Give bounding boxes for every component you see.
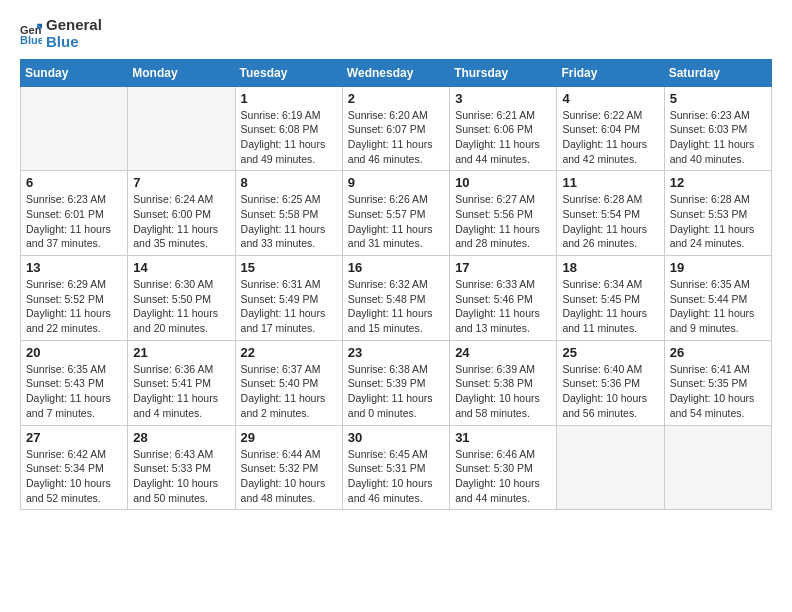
day-number: 10 [455, 175, 551, 190]
day-number: 24 [455, 345, 551, 360]
day-number: 1 [241, 91, 337, 106]
calendar-cell [128, 86, 235, 171]
day-info: Sunrise: 6:31 AMSunset: 5:49 PMDaylight:… [241, 277, 337, 336]
day-number: 21 [133, 345, 229, 360]
day-number: 20 [26, 345, 122, 360]
day-number: 31 [455, 430, 551, 445]
day-header-tuesday: Tuesday [235, 59, 342, 86]
logo-icon: General Blue [20, 22, 42, 44]
day-number: 26 [670, 345, 766, 360]
day-info: Sunrise: 6:37 AMSunset: 5:40 PMDaylight:… [241, 362, 337, 421]
day-number: 7 [133, 175, 229, 190]
calendar-cell: 6Sunrise: 6:23 AMSunset: 6:01 PMDaylight… [21, 171, 128, 256]
day-info: Sunrise: 6:20 AMSunset: 6:07 PMDaylight:… [348, 108, 444, 167]
day-number: 13 [26, 260, 122, 275]
day-number: 18 [562, 260, 658, 275]
day-info: Sunrise: 6:43 AMSunset: 5:33 PMDaylight:… [133, 447, 229, 506]
day-number: 8 [241, 175, 337, 190]
week-row-1: 1Sunrise: 6:19 AMSunset: 6:08 PMDaylight… [21, 86, 772, 171]
calendar-cell: 3Sunrise: 6:21 AMSunset: 6:06 PMDaylight… [450, 86, 557, 171]
day-header-saturday: Saturday [664, 59, 771, 86]
logo-blue-text: Blue [46, 33, 102, 50]
day-info: Sunrise: 6:35 AMSunset: 5:44 PMDaylight:… [670, 277, 766, 336]
calendar-cell: 14Sunrise: 6:30 AMSunset: 5:50 PMDayligh… [128, 256, 235, 341]
day-info: Sunrise: 6:19 AMSunset: 6:08 PMDaylight:… [241, 108, 337, 167]
day-number: 11 [562, 175, 658, 190]
calendar-cell: 19Sunrise: 6:35 AMSunset: 5:44 PMDayligh… [664, 256, 771, 341]
calendar-cell: 29Sunrise: 6:44 AMSunset: 5:32 PMDayligh… [235, 425, 342, 510]
calendar-cell: 12Sunrise: 6:28 AMSunset: 5:53 PMDayligh… [664, 171, 771, 256]
day-info: Sunrise: 6:34 AMSunset: 5:45 PMDaylight:… [562, 277, 658, 336]
day-info: Sunrise: 6:39 AMSunset: 5:38 PMDaylight:… [455, 362, 551, 421]
day-header-wednesday: Wednesday [342, 59, 449, 86]
day-number: 12 [670, 175, 766, 190]
day-number: 28 [133, 430, 229, 445]
days-header-row: SundayMondayTuesdayWednesdayThursdayFrid… [21, 59, 772, 86]
day-number: 9 [348, 175, 444, 190]
day-info: Sunrise: 6:44 AMSunset: 5:32 PMDaylight:… [241, 447, 337, 506]
day-number: 25 [562, 345, 658, 360]
week-row-5: 27Sunrise: 6:42 AMSunset: 5:34 PMDayligh… [21, 425, 772, 510]
header: General Blue General Blue [20, 16, 772, 51]
day-number: 16 [348, 260, 444, 275]
day-info: Sunrise: 6:21 AMSunset: 6:06 PMDaylight:… [455, 108, 551, 167]
page: General Blue General Blue SundayMondayTu… [0, 0, 792, 612]
day-info: Sunrise: 6:23 AMSunset: 6:03 PMDaylight:… [670, 108, 766, 167]
day-info: Sunrise: 6:41 AMSunset: 5:35 PMDaylight:… [670, 362, 766, 421]
day-number: 29 [241, 430, 337, 445]
day-info: Sunrise: 6:36 AMSunset: 5:41 PMDaylight:… [133, 362, 229, 421]
calendar-cell: 30Sunrise: 6:45 AMSunset: 5:31 PMDayligh… [342, 425, 449, 510]
calendar-cell: 21Sunrise: 6:36 AMSunset: 5:41 PMDayligh… [128, 340, 235, 425]
calendar-cell: 8Sunrise: 6:25 AMSunset: 5:58 PMDaylight… [235, 171, 342, 256]
week-row-2: 6Sunrise: 6:23 AMSunset: 6:01 PMDaylight… [21, 171, 772, 256]
week-row-3: 13Sunrise: 6:29 AMSunset: 5:52 PMDayligh… [21, 256, 772, 341]
calendar-cell: 7Sunrise: 6:24 AMSunset: 6:00 PMDaylight… [128, 171, 235, 256]
day-number: 23 [348, 345, 444, 360]
calendar-cell: 15Sunrise: 6:31 AMSunset: 5:49 PMDayligh… [235, 256, 342, 341]
calendar-cell: 24Sunrise: 6:39 AMSunset: 5:38 PMDayligh… [450, 340, 557, 425]
day-number: 14 [133, 260, 229, 275]
week-row-4: 20Sunrise: 6:35 AMSunset: 5:43 PMDayligh… [21, 340, 772, 425]
day-number: 5 [670, 91, 766, 106]
day-info: Sunrise: 6:45 AMSunset: 5:31 PMDaylight:… [348, 447, 444, 506]
calendar-cell: 5Sunrise: 6:23 AMSunset: 6:03 PMDaylight… [664, 86, 771, 171]
day-header-friday: Friday [557, 59, 664, 86]
day-number: 30 [348, 430, 444, 445]
day-header-monday: Monday [128, 59, 235, 86]
day-number: 27 [26, 430, 122, 445]
day-info: Sunrise: 6:25 AMSunset: 5:58 PMDaylight:… [241, 192, 337, 251]
calendar-cell [557, 425, 664, 510]
calendar-cell: 16Sunrise: 6:32 AMSunset: 5:48 PMDayligh… [342, 256, 449, 341]
day-header-sunday: Sunday [21, 59, 128, 86]
svg-text:Blue: Blue [20, 34, 42, 44]
day-info: Sunrise: 6:30 AMSunset: 5:50 PMDaylight:… [133, 277, 229, 336]
calendar-cell: 17Sunrise: 6:33 AMSunset: 5:46 PMDayligh… [450, 256, 557, 341]
calendar-cell: 26Sunrise: 6:41 AMSunset: 5:35 PMDayligh… [664, 340, 771, 425]
calendar-cell: 1Sunrise: 6:19 AMSunset: 6:08 PMDaylight… [235, 86, 342, 171]
calendar-cell: 18Sunrise: 6:34 AMSunset: 5:45 PMDayligh… [557, 256, 664, 341]
day-number: 19 [670, 260, 766, 275]
calendar-cell: 27Sunrise: 6:42 AMSunset: 5:34 PMDayligh… [21, 425, 128, 510]
calendar-cell: 31Sunrise: 6:46 AMSunset: 5:30 PMDayligh… [450, 425, 557, 510]
day-info: Sunrise: 6:23 AMSunset: 6:01 PMDaylight:… [26, 192, 122, 251]
calendar-table: SundayMondayTuesdayWednesdayThursdayFrid… [20, 59, 772, 511]
logo: General Blue General Blue [20, 16, 102, 51]
day-number: 4 [562, 91, 658, 106]
calendar-cell: 13Sunrise: 6:29 AMSunset: 5:52 PMDayligh… [21, 256, 128, 341]
calendar-cell: 11Sunrise: 6:28 AMSunset: 5:54 PMDayligh… [557, 171, 664, 256]
day-info: Sunrise: 6:22 AMSunset: 6:04 PMDaylight:… [562, 108, 658, 167]
day-info: Sunrise: 6:24 AMSunset: 6:00 PMDaylight:… [133, 192, 229, 251]
day-info: Sunrise: 6:27 AMSunset: 5:56 PMDaylight:… [455, 192, 551, 251]
calendar-cell [21, 86, 128, 171]
day-info: Sunrise: 6:35 AMSunset: 5:43 PMDaylight:… [26, 362, 122, 421]
day-number: 3 [455, 91, 551, 106]
day-info: Sunrise: 6:28 AMSunset: 5:54 PMDaylight:… [562, 192, 658, 251]
day-number: 6 [26, 175, 122, 190]
calendar-cell: 28Sunrise: 6:43 AMSunset: 5:33 PMDayligh… [128, 425, 235, 510]
logo-general-text: General [46, 16, 102, 33]
day-info: Sunrise: 6:32 AMSunset: 5:48 PMDaylight:… [348, 277, 444, 336]
calendar-cell [664, 425, 771, 510]
calendar-cell: 23Sunrise: 6:38 AMSunset: 5:39 PMDayligh… [342, 340, 449, 425]
calendar-cell: 4Sunrise: 6:22 AMSunset: 6:04 PMDaylight… [557, 86, 664, 171]
calendar-cell: 25Sunrise: 6:40 AMSunset: 5:36 PMDayligh… [557, 340, 664, 425]
